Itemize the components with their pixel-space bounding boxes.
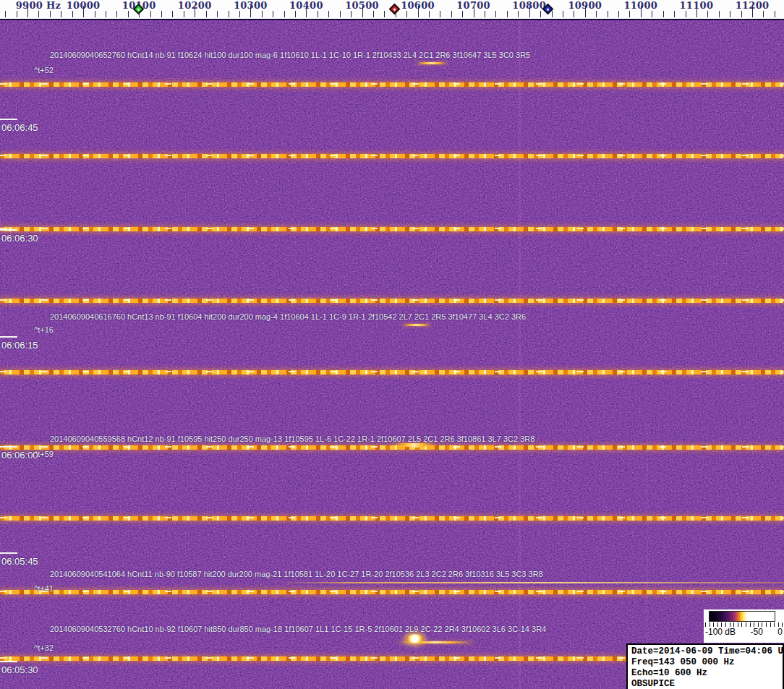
- info-box: Date=2014-06-09 Time=04:06 UTC Freq=143 …: [626, 643, 784, 689]
- red-frequency-marker[interactable]: [389, 4, 401, 15]
- ruler-tick: [273, 11, 273, 17]
- ruler-tick: [262, 11, 263, 17]
- ruler-tick: [384, 11, 385, 17]
- time-label: 06:06:30: [1, 233, 38, 244]
- ruler-tick: [340, 11, 341, 17]
- ruler-frequency-label: 10500: [345, 0, 379, 11]
- ruler-frequency-label: 10700: [456, 0, 490, 11]
- ruler-frequency-label: 9900 Hz: [16, 0, 61, 11]
- ruler-tick: [652, 11, 652, 17]
- frequency-ruler: 9900 Hz100001010010200103001040010500106…: [0, 0, 784, 20]
- ruler-frequency-label: 10300: [234, 0, 268, 11]
- marker-center-dot: [137, 7, 140, 10]
- ruler-tick: [206, 11, 207, 17]
- ruler-tick: [5, 11, 6, 17]
- info-freq-line: Freq=143 050 000 Hz: [631, 657, 783, 668]
- ruler-frequency-label: 10600: [401, 0, 435, 11]
- detection-annotation: 20140609040532760 hCnt10 nb-92 f10607 hi…: [50, 625, 546, 633]
- time-axis-tick: [0, 552, 17, 554]
- time-axis-tick: [0, 661, 17, 662]
- ruler-tick: [328, 11, 329, 17]
- ruler-tick: [608, 11, 608, 17]
- ruler-tick: [540, 11, 541, 17]
- meteor-echo-streak: [402, 324, 431, 326]
- detection-annotation: 20140609040559568 hCnt12 nb-91 f10595 hi…: [50, 435, 534, 443]
- ruler-frequency-label: 10200: [178, 0, 212, 11]
- info-echo-line: Echo=10 600 Hz: [631, 668, 783, 679]
- ruler-tick: [686, 11, 686, 17]
- time-axis-tick: [0, 336, 17, 338]
- ruler-tick: [172, 11, 173, 17]
- detection-annotation: 20140609040616760 hCnt13 nb-91 f10604 hi…: [50, 312, 526, 321]
- carrier-band: [0, 154, 784, 158]
- detection-annotation: 20140609040652760 hCnt14 nb-91 f10624 hi…: [50, 51, 530, 59]
- ruler-frequency-label: 10000: [67, 0, 101, 11]
- meteor-echo-streak: [393, 443, 435, 447]
- time-label: 06:06:45: [1, 122, 38, 133]
- carrier-band: [0, 82, 784, 87]
- color-scale-min-label: -100 dB: [705, 627, 736, 637]
- ruler-tick: [116, 11, 117, 17]
- ruler-frequency-label: 11200: [736, 0, 770, 11]
- ruler-tick: [775, 11, 775, 17]
- spectrogram-app-window: 9900 Hz100001010010200103001040010500106…: [0, 0, 784, 689]
- detection-time-caret: ^t+41: [34, 584, 54, 593]
- ruler-tick: [239, 11, 240, 17]
- ruler-tick: [150, 11, 151, 17]
- ruler-tick: [485, 11, 485, 17]
- ruler-tick: [674, 11, 675, 17]
- time-axis-tick: [0, 229, 17, 231]
- time-label: 06:06:15: [1, 340, 38, 351]
- meteor-echo-thin: [278, 582, 784, 583]
- ruler-tick: [406, 11, 407, 17]
- color-scale-gradient: [709, 611, 775, 622]
- ruler-tick: [217, 11, 218, 17]
- ruler-frequency-label: 11000: [623, 0, 657, 11]
- ruler-tick: [518, 11, 519, 17]
- meteor-echo-streak: [416, 62, 448, 64]
- ruler-tick: [563, 11, 563, 17]
- ruler-tick: [663, 11, 664, 17]
- ruler-tick: [284, 11, 285, 17]
- ruler-tick: [730, 11, 730, 17]
- ruler-tick: [351, 11, 351, 17]
- detection-time-caret: ^t+52: [34, 66, 54, 74]
- ruler-tick: [61, 11, 61, 17]
- spectrogram-noise-texture: [0, 20, 784, 689]
- ruler-tick: [741, 11, 742, 17]
- carrier-band: [0, 227, 784, 231]
- ruler-tick: [38, 11, 39, 17]
- detection-time-caret: ^t+32: [34, 643, 54, 652]
- ruler-tick: [161, 11, 162, 17]
- ruler-tick: [618, 11, 619, 17]
- color-scale-max-label: 0: [777, 627, 783, 637]
- carrier-band: [0, 445, 784, 450]
- ruler-tick: [462, 11, 463, 17]
- ruler-tick: [495, 11, 496, 17]
- ruler-tick: [763, 11, 764, 17]
- marker-center-dot: [546, 7, 549, 10]
- ruler-frequency-label: 10400: [289, 0, 323, 11]
- ruler-tick: [451, 11, 452, 17]
- carrier-band: [0, 590, 784, 594]
- carrier-band: [0, 370, 784, 375]
- ruler-tick: [552, 11, 553, 17]
- meteor-echo-blob: [406, 634, 423, 643]
- ruler-tick: [507, 11, 508, 17]
- ruler-tick: [318, 11, 318, 17]
- ruler-tick: [719, 11, 720, 17]
- carrier-band: [0, 299, 784, 303]
- ruler-tick: [596, 11, 597, 17]
- time-label: 06:06:00: [1, 450, 38, 461]
- ruler-tick: [373, 11, 374, 17]
- ruler-tick: [707, 11, 708, 17]
- info-station-line: OBSUPICE: [631, 679, 783, 689]
- ruler-tick: [429, 11, 430, 17]
- carrier-band: [0, 516, 784, 521]
- time-axis-tick: [0, 119, 17, 120]
- ruler-tick: [72, 11, 73, 17]
- time-axis-tick: [0, 446, 17, 448]
- ruler-tick: [95, 11, 95, 17]
- ruler-tick: [50, 11, 51, 17]
- ruler-tick: [440, 11, 440, 17]
